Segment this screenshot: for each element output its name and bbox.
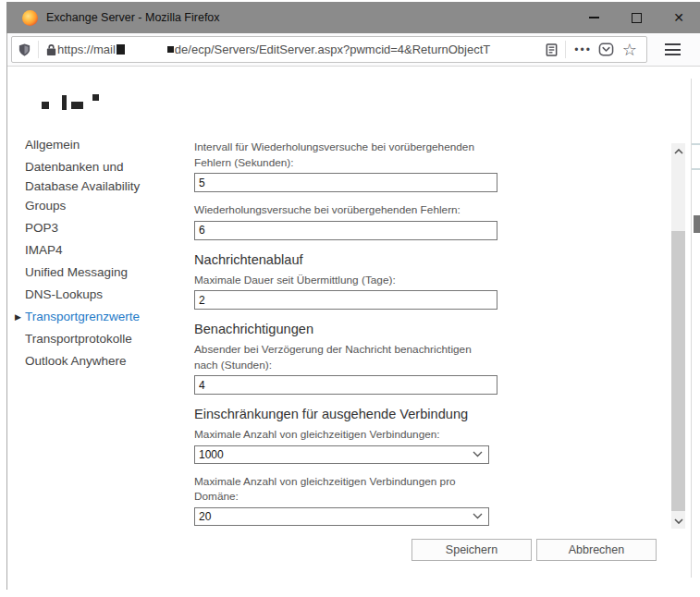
- title-redaction-block: [71, 102, 83, 109]
- sidebar-item-label: POP3: [25, 221, 58, 235]
- firefox-logo-icon: [22, 10, 38, 26]
- chevron-down-icon: [473, 451, 483, 457]
- browser-scrollbar-thumb[interactable]: [694, 215, 700, 233]
- chevron-down-icon: [674, 518, 683, 524]
- page-actions-icon[interactable]: •••: [574, 43, 592, 56]
- urlbar-separator: [565, 41, 566, 58]
- section-heading: Einschränkungen für ausgehende Verbindun…: [194, 406, 497, 423]
- selected-item-arrow-icon: ▶: [15, 308, 21, 327]
- url-suffix: de/ecp/Servers/EditServer.aspx?pwmcid=4&…: [175, 43, 490, 56]
- sidebar-item-label: Unified Messaging: [25, 265, 128, 279]
- sidebar-item-label: Datenbanken und Database Availability Gr…: [25, 160, 140, 213]
- bookmark-star-icon[interactable]: ☆: [622, 42, 637, 58]
- form-section: NachrichtenablaufMaximale Dauer seit Übe…: [194, 251, 497, 311]
- section-heading: Nachrichtenablauf: [194, 251, 497, 269]
- sidebar-item-outlook-anywhere[interactable]: Outlook Anywhere: [25, 351, 168, 371]
- chevron-up-icon: [674, 149, 683, 154]
- field-label: Maximale Anzahl von gleichzeitigen Verbi…: [194, 474, 497, 505]
- content-right-border: [691, 79, 692, 578]
- sidebar-item-transportgrenzwerte[interactable]: ▶Transportgrenzwerte: [25, 307, 168, 326]
- pocket-icon[interactable]: [598, 42, 614, 57]
- sidebar-item-label: Allgemein: [25, 138, 80, 152]
- sidebar-item-label: Transportgrenzwerte: [25, 310, 140, 323]
- dropdown-value: 20: [199, 510, 211, 523]
- close-icon: ✕: [673, 11, 684, 24]
- chevron-down-icon: [473, 513, 483, 519]
- text-input[interactable]: [194, 173, 497, 192]
- field-label: Maximale Anzahl von gleichzeitigen Verbi…: [194, 427, 497, 443]
- text-input[interactable]: [194, 221, 497, 240]
- dropdown-select[interactable]: 20: [194, 507, 489, 526]
- window-controls: ✕: [572, 2, 700, 33]
- hamburger-menu-icon[interactable]: [665, 43, 681, 55]
- sidebar-item-label: Transportprotokolle: [25, 332, 132, 346]
- form-section: Intervall für Wiederholungsversuche bei …: [194, 140, 497, 240]
- close-button[interactable]: ✕: [657, 2, 700, 33]
- title-redaction-block: [92, 94, 99, 101]
- field-label: Intervall für Wiederholungsversuche bei …: [194, 140, 497, 170]
- text-input[interactable]: [194, 290, 497, 310]
- sidebar-item-imap4[interactable]: IMAP4: [25, 240, 168, 260]
- edge-line: [692, 143, 700, 145]
- field-label: Wiederholungsversuche bei vorübergehende…: [194, 202, 497, 218]
- minimize-icon: [589, 17, 599, 18]
- urlbar-separator: [38, 41, 39, 58]
- edge-line: [692, 168, 700, 170]
- url-bar[interactable]: https://mailde/ecp/Servers/EditServer.as…: [11, 36, 647, 63]
- minimize-button[interactable]: [572, 2, 615, 33]
- sidebar-item-datenbanken-und-database-availability-groups[interactable]: Datenbanken und Database Availability Gr…: [25, 157, 168, 215]
- title-redaction-block: [42, 102, 49, 109]
- sidebar-item-dns-lookups[interactable]: DNS-Lookups: [25, 285, 168, 304]
- sidebar-item-label: DNS-Lookups: [25, 287, 103, 301]
- section-heading: Benachrichtigungen: [194, 321, 497, 338]
- url-prefix: https://mail: [57, 43, 116, 56]
- dialog-sidebar: AllgemeinDatenbanken und Database Availa…: [25, 135, 168, 373]
- sidebar-item-pop3[interactable]: POP3: [25, 218, 168, 238]
- sidebar-item-label: IMAP4: [25, 243, 63, 257]
- dialog-form: Intervall für Wiederholungsversuche bei …: [194, 140, 497, 536]
- tracking-protection-shield-icon[interactable]: [18, 43, 31, 57]
- firefox-window: Exchange Server - Mozilla Firefox ✕ http…: [0, 0, 700, 597]
- dropdown-select[interactable]: 1000: [194, 445, 489, 464]
- form-section: Einschränkungen für ausgehende Verbindun…: [194, 406, 497, 526]
- scroll-down-button[interactable]: [671, 513, 685, 529]
- titlebar: Exchange Server - Mozilla Firefox ✕: [6, 2, 700, 33]
- maximize-icon: [632, 13, 642, 23]
- save-button[interactable]: Speichern: [411, 539, 532, 561]
- title-redaction-block: [62, 95, 67, 110]
- dropdown-value: 1000: [199, 448, 224, 461]
- url-fade-overlay: [519, 37, 545, 62]
- page-content: AllgemeinDatenbanken und Database Availa…: [7, 67, 700, 590]
- reader-mode-icon[interactable]: [545, 43, 559, 57]
- scroll-up-button[interactable]: [671, 143, 685, 159]
- cancel-button[interactable]: Abbrechen: [536, 539, 657, 561]
- url-redaction-block: [167, 46, 174, 53]
- sidebar-item-allgemein[interactable]: Allgemein: [25, 135, 168, 154]
- form-section: BenachrichtigungenAbsender bei Verzögeru…: [194, 321, 497, 395]
- https-padlock-icon[interactable]: [45, 43, 57, 56]
- url-redaction-block: [117, 44, 125, 55]
- url-text[interactable]: https://mailde/ecp/Servers/EditServer.as…: [57, 37, 545, 62]
- text-input[interactable]: [194, 375, 497, 395]
- field-label: Maximale Dauer seit Übermittlung (Tage):: [194, 273, 497, 288]
- window-title: Exchange Server - Mozilla Firefox: [46, 11, 220, 24]
- maximize-button[interactable]: [615, 2, 657, 33]
- sidebar-item-transportprotokolle[interactable]: Transportprotokolle: [25, 329, 168, 348]
- navigation-toolbar: https://mailde/ecp/Servers/EditServer.as…: [7, 33, 700, 67]
- scrollbar-thumb[interactable]: [671, 231, 685, 511]
- sidebar-item-label: Outlook Anywhere: [25, 354, 127, 368]
- field-label: Absender bei Verzögerung der Nachricht b…: [194, 342, 497, 372]
- dialog-scrollbar: [671, 143, 685, 529]
- sidebar-item-unified-messaging[interactable]: Unified Messaging: [25, 262, 168, 282]
